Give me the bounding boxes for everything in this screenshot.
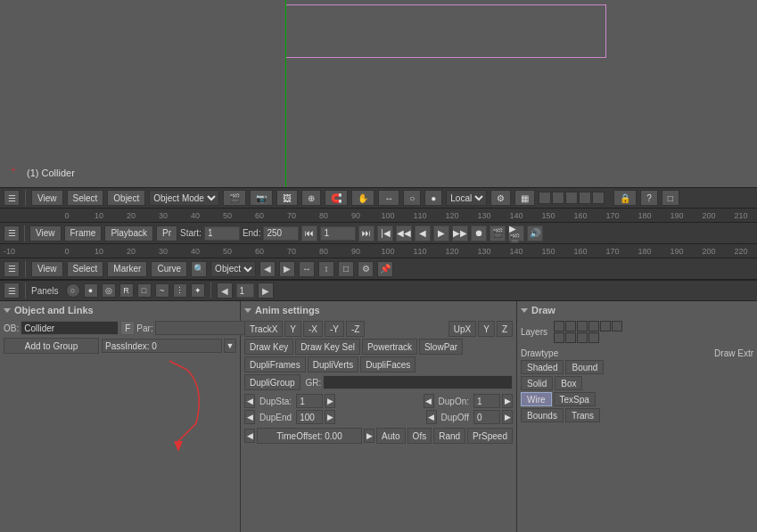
f-button[interactable]: F [120, 321, 135, 335]
layer-2[interactable] [552, 192, 564, 204]
slow-par-btn[interactable]: SlowPar [419, 339, 463, 355]
bound-btn[interactable]: Bound [565, 360, 604, 374]
dupend-dec[interactable]: ◀ [244, 410, 255, 424]
ofs-btn[interactable]: Ofs [407, 428, 432, 444]
texspa-btn[interactable]: TexSpa [554, 392, 596, 406]
pivot-btn[interactable]: ⊕ [301, 190, 321, 206]
draw-collapse-triangle[interactable] [521, 308, 528, 313]
render-anim-btn[interactable]: 🎬 [490, 225, 506, 241]
jump-start-btn[interactable]: |◀ [377, 225, 393, 241]
auto-btn[interactable]: Auto [376, 428, 406, 444]
dupsta-val[interactable]: 1 [296, 394, 323, 408]
draw-layer-8[interactable] [565, 332, 576, 343]
dupon-inc[interactable]: ▶ [502, 394, 513, 408]
dupsta-inc[interactable]: ▶ [325, 394, 335, 408]
playback-menu[interactable]: Playback [104, 225, 153, 241]
nla-curve-menu[interactable]: Curve [151, 261, 187, 277]
box-btn[interactable]: Box [555, 376, 582, 390]
trans-btn[interactable]: Trans [565, 408, 600, 422]
panels-icon-circle[interactable]: ○ [66, 283, 80, 298]
layer-4[interactable] [579, 192, 591, 204]
nla-arrow-left[interactable]: ◀ [259, 261, 276, 277]
record-timeline-btn[interactable]: ⏺ [471, 225, 487, 241]
dupli-frames-btn[interactable]: DupliFrames [244, 356, 306, 372]
panels-icon-dot[interactable]: ● [84, 283, 98, 298]
panels-icon-box[interactable]: □ [137, 283, 152, 298]
render-btn[interactable]: 🎬 [223, 190, 246, 206]
shaded-btn[interactable]: Shaded [521, 360, 564, 374]
track-x-btn[interactable]: TrackX [244, 321, 283, 337]
draw-layer-6[interactable] [612, 321, 622, 331]
nla-mode-select[interactable]: Object [210, 261, 256, 277]
draw-key-btn[interactable]: Draw Key [244, 339, 293, 355]
end-field[interactable]: 250 [263, 226, 299, 241]
page-prev[interactable]: ◀ [217, 282, 233, 299]
add-to-group-btn[interactable]: Add to Group [4, 338, 99, 354]
panels-icon-circle2[interactable]: ◎ [102, 283, 116, 298]
timeoffset-dec[interactable]: ◀ [244, 429, 255, 443]
dupon-val[interactable]: 1 [473, 394, 500, 408]
dupli-verts-btn[interactable]: DupliVerts [308, 356, 359, 372]
anim-collapse-triangle[interactable] [244, 308, 251, 313]
move-btn[interactable]: ✋ [351, 190, 374, 206]
dupon-dec[interactable]: ◀ [424, 394, 434, 408]
nla-icon4[interactable]: 📌 [377, 261, 393, 277]
play-btn[interactable]: ▶ [433, 225, 449, 241]
snap-btn[interactable]: 🧲 [325, 190, 348, 206]
panels-icon-star[interactable]: ✦ [191, 283, 205, 298]
snap2-btn[interactable]: ⚙ [490, 190, 511, 206]
draw-layer-5[interactable] [600, 321, 611, 331]
up-z-btn[interactable]: Z [497, 321, 513, 337]
draw-layer-10[interactable] [588, 332, 599, 343]
frame-menu[interactable]: Frame [64, 225, 103, 241]
prop-btn[interactable]: ○ [403, 190, 421, 206]
layers-btn[interactable]: ▦ [514, 190, 535, 206]
panels-icon-r2[interactable]: ⋮ [173, 283, 187, 298]
draw-layer-2[interactable] [565, 321, 576, 331]
nla-zoom-v[interactable]: ↕ [318, 261, 334, 277]
draw-layer-1[interactable] [554, 321, 564, 331]
panels-toggle[interactable]: ☰ [4, 282, 20, 299]
fullscreen-btn[interactable]: □ [662, 190, 679, 206]
play-rendered-btn[interactable]: ▶🎬 [508, 225, 524, 241]
pr-speed-btn[interactable]: PrSpeed [467, 428, 513, 444]
pr-btn[interactable]: Pr [156, 225, 177, 241]
dupoff-inc[interactable]: ▶ [502, 410, 513, 424]
record-btn[interactable]: ● [424, 190, 442, 206]
bounds-btn[interactable]: Bounds [521, 408, 564, 422]
layer-1[interactable] [539, 192, 551, 204]
dupli-group-btn[interactable]: DupliGroup [244, 374, 300, 390]
draw-layer-3[interactable] [577, 321, 588, 331]
nla-toggle[interactable]: ☰ [4, 261, 20, 277]
page-num[interactable]: 1 [236, 283, 254, 298]
collapse-triangle[interactable] [4, 308, 11, 313]
nla-arrow-right[interactable]: ▶ [279, 261, 295, 277]
ob-input[interactable] [21, 321, 119, 335]
track-y-btn[interactable]: Y [284, 321, 301, 337]
current-frame-field[interactable]: 1 [320, 226, 356, 241]
solid-btn[interactable]: Solid [521, 376, 553, 390]
page-next[interactable]: ▶ [258, 282, 274, 299]
lock-btn[interactable]: 🔒 [613, 190, 637, 206]
track-mz-btn[interactable]: -Z [346, 321, 365, 337]
wire-btn[interactable]: Wire [521, 392, 552, 406]
timeline-view-menu[interactable]: View [29, 225, 62, 241]
up-y-btn[interactable]: Y [478, 321, 495, 337]
dupend-val[interactable]: 100 [296, 410, 323, 424]
pass-index-input[interactable] [102, 339, 222, 353]
prev-key-btn[interactable]: ⏮ [301, 225, 317, 241]
select-menu[interactable]: Select [67, 190, 104, 206]
next-key-btn[interactable]: ⏭ [358, 225, 374, 241]
start-field[interactable]: 1 [204, 226, 240, 241]
panels-icon-curve[interactable]: ~ [155, 283, 169, 298]
draw-layer-9[interactable] [577, 332, 588, 343]
view-toggle-icon[interactable]: ☰ [4, 190, 20, 206]
step-back-btn[interactable]: ◀◀ [396, 225, 412, 241]
play-back-btn[interactable]: ◀ [415, 225, 431, 241]
layer-3[interactable] [565, 192, 578, 204]
timeoffset-inc[interactable]: ▶ [364, 429, 374, 443]
nla-icon2[interactable]: □ [338, 261, 354, 277]
nla-icon3[interactable]: ⚙ [358, 261, 374, 277]
draw-key-sel-btn[interactable]: Draw Key Sel [295, 339, 360, 355]
nla-zoom-h[interactable]: ↔ [299, 261, 315, 277]
